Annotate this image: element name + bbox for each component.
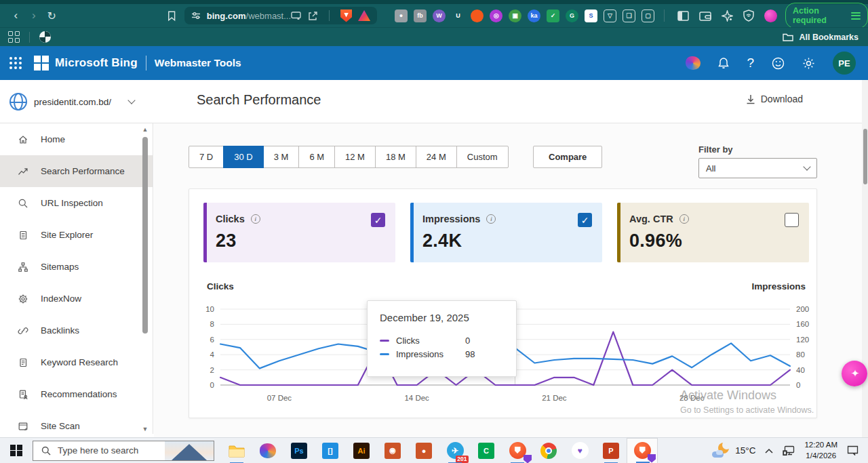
taskbar-app-brave-active[interactable]	[627, 438, 658, 463]
taskbar-app-photoshop[interactable]: Ps	[283, 438, 315, 463]
vpn-shield-icon[interactable]	[743, 9, 754, 22]
notifications-bell-icon[interactable]	[718, 57, 729, 69]
range-tab-24m[interactable]: 24 M	[416, 146, 457, 168]
reload-button[interactable]: ↻	[43, 9, 60, 22]
taskbar-app-copilot[interactable]	[252, 438, 283, 463]
window-search-extension-icon[interactable]: ▢	[642, 9, 654, 22]
fb-extension-icon[interactable]: fb	[414, 9, 427, 22]
wordpress-extension-icon[interactable]: W	[433, 9, 446, 22]
taskbar-app-brave[interactable]	[502, 438, 533, 463]
filter-dropdown[interactable]: All	[698, 158, 817, 178]
metric-checkbox[interactable]	[785, 213, 799, 227]
copilot-icon[interactable]	[686, 56, 701, 70]
bookmark-globe-icon[interactable]	[39, 31, 51, 43]
page-scroll-thumb[interactable]	[863, 129, 867, 184]
address-bar[interactable]: bing.com/webmast...	[184, 7, 377, 24]
info-icon[interactable]: i	[251, 214, 260, 224]
tray-chevron-up-icon[interactable]	[765, 448, 773, 454]
taskbar-app-file-explorer[interactable]	[221, 438, 252, 463]
orange-blob-extension-icon[interactable]	[471, 9, 484, 22]
scroll-up-arrow[interactable]: ▲	[141, 126, 149, 133]
sidebar-item-label: Sitemaps	[41, 262, 79, 272]
taskbar-app-telegram[interactable]: ✈201	[439, 438, 471, 463]
brand-name[interactable]: Microsoft Bing	[55, 56, 138, 70]
range-tab-30d[interactable]: 30 D	[223, 146, 263, 168]
sidebar-item-backlinks[interactable]: Backlinks	[0, 315, 153, 346]
brave-rewards-icon[interactable]	[358, 10, 370, 21]
taskbar-search-box[interactable]: Type here to search	[33, 441, 214, 461]
taskbar-app-camtasia[interactable]: C	[471, 438, 502, 463]
taskbar-app-chrome[interactable]	[533, 438, 564, 463]
grammarly-extension-icon[interactable]: G	[566, 9, 578, 22]
help-icon[interactable]: ?	[747, 56, 754, 71]
app-launcher-icon[interactable]	[9, 57, 22, 69]
start-button[interactable]	[0, 438, 33, 463]
forward-button[interactable]: ›	[24, 9, 42, 22]
taskbar-app-powerpoint[interactable]: P	[595, 438, 627, 463]
taskbar-app-screen-record[interactable]: ●	[408, 438, 439, 463]
range-tab-7d[interactable]: 7 D	[189, 146, 224, 168]
leo-ai-sparkle-icon[interactable]	[722, 10, 733, 22]
info-icon[interactable]: i	[486, 214, 496, 224]
taskbar-app-security-app[interactable]: ♥	[564, 438, 595, 463]
camera-extension-icon[interactable]: ●	[395, 9, 408, 22]
sidebar-item-keyword-research[interactable]: Keyword Research	[0, 346, 153, 378]
shield-extension-icon[interactable]: ▽	[604, 9, 616, 22]
taskbar-app-screen-capture[interactable]: ◉	[377, 438, 408, 463]
action-required-button[interactable]: Action required	[785, 3, 868, 28]
sidebar-item-recommendations[interactable]: Recommendations	[0, 378, 153, 410]
system-tray: 15°C 12:20 AM 1/4/2026	[712, 440, 868, 461]
action-center-icon[interactable]	[847, 445, 859, 456]
similarweb-extension-icon[interactable]: S	[585, 9, 597, 22]
sidebar-toggle-icon[interactable]	[677, 11, 689, 21]
pink-ring-extension-icon[interactable]: ◎	[490, 9, 502, 22]
range-tab-12m[interactable]: 12 M	[334, 146, 376, 168]
sidebar-item-search-performance[interactable]: Search Performance	[0, 155, 153, 187]
green-bot-extension-icon[interactable]: ▣	[509, 9, 521, 22]
site-settings-tune-icon[interactable]	[191, 11, 201, 20]
scroll-down-arrow[interactable]: ▼	[141, 426, 149, 432]
sidebar-item-sitemaps[interactable]: Sitemaps	[0, 251, 153, 283]
sidebar-scroll-thumb[interactable]	[142, 137, 148, 334]
taskbar-app-brackets-editor[interactable]: []	[315, 438, 346, 463]
download-button[interactable]: Download	[746, 94, 803, 104]
site-selector-dropdown[interactable]: presidentit.com.bd/	[0, 80, 153, 123]
metric-checkbox[interactable]: ✓	[371, 213, 385, 227]
feedback-smiley-icon[interactable]	[772, 57, 785, 70]
check-extension-icon[interactable]: ✓	[547, 9, 559, 22]
range-tab-6m[interactable]: 6 M	[298, 146, 335, 168]
apps-grid-icon[interactable]	[8, 31, 20, 43]
page-scrollbar[interactable]	[862, 80, 868, 437]
puzzle-extension-icon[interactable]: ❑	[623, 9, 635, 22]
metric-checkbox[interactable]: ✓	[578, 213, 592, 227]
share-icon[interactable]	[308, 11, 318, 21]
taskbar-app-illustrator[interactable]: Ai	[346, 438, 377, 463]
wallet-icon[interactable]	[699, 11, 711, 21]
tray-clock[interactable]: 12:20 AM 1/4/2026	[804, 440, 837, 461]
back-button[interactable]: ‹	[7, 9, 24, 22]
sidebar-item-indexnow[interactable]: IndexNow	[0, 283, 153, 315]
info-icon[interactable]: i	[679, 214, 689, 224]
range-tab-3m[interactable]: 3 M	[263, 146, 300, 168]
compare-button[interactable]: Compare	[533, 146, 602, 168]
search-box-image[interactable]	[165, 441, 214, 460]
floating-extension-button[interactable]: ✦	[842, 361, 867, 386]
network-display-icon[interactable]	[783, 445, 795, 456]
settings-gear-icon[interactable]	[802, 57, 815, 70]
ka-extension-icon[interactable]: ka	[528, 9, 540, 22]
weather-widget[interactable]: 15°C	[712, 443, 755, 459]
pink-extension-icon[interactable]	[764, 9, 777, 22]
user-avatar[interactable]: PE	[833, 52, 856, 75]
sidebar-item-url-inspection[interactable]: URL Inspection	[0, 187, 153, 219]
all-bookmarks-button[interactable]: All Bookmarks	[783, 33, 859, 42]
sidebar-item-home[interactable]: Home	[0, 123, 153, 155]
sidebar-scrollbar[interactable]: ▲ ▼	[141, 126, 149, 432]
range-tab-custom[interactable]: Custom	[456, 146, 509, 168]
send-to-device-icon[interactable]	[291, 12, 302, 20]
range-tab-18m[interactable]: 18 M	[375, 146, 416, 168]
bookmark-icon[interactable]	[167, 10, 176, 22]
u-extension-icon[interactable]: U	[452, 9, 465, 22]
brave-shields-icon[interactable]	[340, 9, 352, 22]
sidebar-item-site-explorer[interactable]: Site Explorer	[0, 219, 153, 251]
product-name[interactable]: Webmaster Tools	[155, 57, 241, 69]
